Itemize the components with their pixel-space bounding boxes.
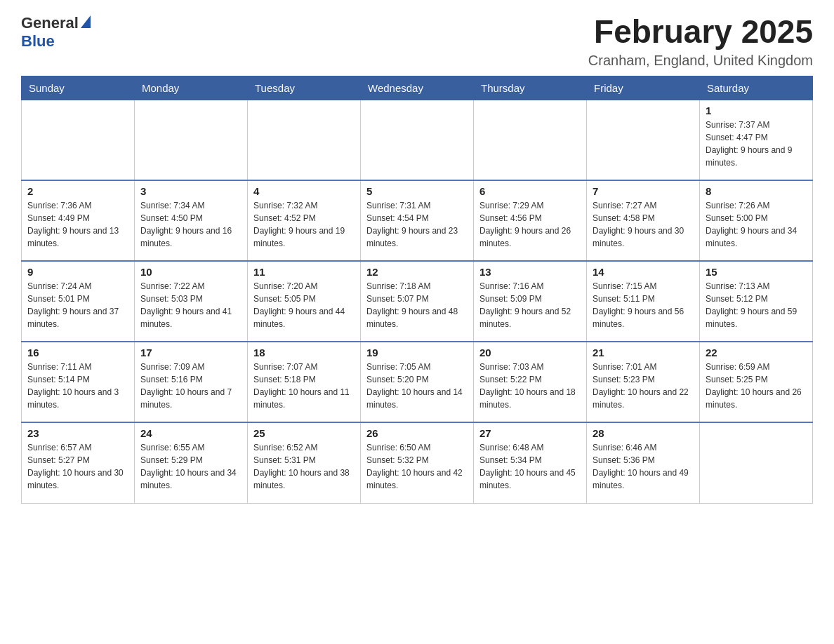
day-number: 5	[366, 185, 468, 197]
calendar-cell: 11Sunrise: 7:20 AMSunset: 5:05 PMDayligh…	[248, 261, 361, 342]
calendar-cell: 4Sunrise: 7:32 AMSunset: 4:52 PMDaylight…	[248, 180, 361, 261]
calendar-cell	[361, 100, 474, 180]
calendar-cell	[474, 100, 587, 180]
day-info: Sunrise: 7:27 AMSunset: 4:58 PMDaylight:…	[593, 199, 694, 250]
calendar-cell: 1Sunrise: 7:37 AMSunset: 4:47 PMDaylight…	[700, 100, 813, 180]
day-number: 7	[593, 185, 694, 197]
week-row-3: 16Sunrise: 7:11 AMSunset: 5:14 PMDayligh…	[22, 342, 813, 422]
week-row-4: 23Sunrise: 6:57 AMSunset: 5:27 PMDayligh…	[22, 422, 813, 503]
day-info: Sunrise: 7:16 AMSunset: 5:09 PMDaylight:…	[479, 280, 581, 330]
day-number: 11	[253, 266, 355, 278]
day-info: Sunrise: 7:03 AMSunset: 5:22 PMDaylight:…	[479, 361, 581, 411]
day-info: Sunrise: 7:07 AMSunset: 5:18 PMDaylight:…	[253, 361, 355, 411]
weekday-header-friday: Friday	[587, 76, 700, 100]
day-number: 14	[593, 266, 694, 278]
day-info: Sunrise: 7:34 AMSunset: 4:50 PMDaylight:…	[140, 199, 241, 250]
day-info: Sunrise: 6:48 AMSunset: 5:34 PMDaylight:…	[479, 441, 581, 492]
month-title: February 2025	[588, 14, 813, 50]
day-info: Sunrise: 7:36 AMSunset: 4:49 PMDaylight:…	[27, 199, 128, 250]
day-number: 28	[593, 427, 694, 439]
week-row-2: 9Sunrise: 7:24 AMSunset: 5:01 PMDaylight…	[22, 261, 813, 342]
calendar-cell: 20Sunrise: 7:03 AMSunset: 5:22 PMDayligh…	[474, 342, 587, 422]
calendar-cell	[587, 100, 700, 180]
weekday-header-row: SundayMondayTuesdayWednesdayThursdayFrid…	[22, 76, 813, 100]
week-row-1: 2Sunrise: 7:36 AMSunset: 4:49 PMDaylight…	[22, 180, 813, 261]
calendar-cell	[22, 100, 135, 180]
day-info: Sunrise: 7:32 AMSunset: 4:52 PMDaylight:…	[253, 199, 355, 250]
day-number: 9	[27, 266, 128, 278]
logo-blue: Blue	[21, 32, 55, 50]
day-number: 1	[706, 105, 807, 116]
calendar-cell: 15Sunrise: 7:13 AMSunset: 5:12 PMDayligh…	[700, 261, 813, 342]
day-number: 22	[706, 347, 807, 358]
calendar-cell: 14Sunrise: 7:15 AMSunset: 5:11 PMDayligh…	[587, 261, 700, 342]
calendar-cell: 6Sunrise: 7:29 AMSunset: 4:56 PMDaylight…	[474, 180, 587, 261]
day-info: Sunrise: 6:52 AMSunset: 5:31 PMDaylight:…	[253, 441, 355, 492]
title-block: February 2025 Cranham, England, United K…	[588, 14, 813, 69]
day-info: Sunrise: 7:01 AMSunset: 5:23 PMDaylight:…	[593, 361, 694, 411]
day-info: Sunrise: 6:57 AMSunset: 5:27 PMDaylight:…	[27, 441, 128, 492]
day-info: Sunrise: 6:46 AMSunset: 5:36 PMDaylight:…	[593, 441, 694, 492]
calendar-cell: 16Sunrise: 7:11 AMSunset: 5:14 PMDayligh…	[22, 342, 135, 422]
day-info: Sunrise: 6:55 AMSunset: 5:29 PMDaylight:…	[140, 441, 241, 492]
day-info: Sunrise: 7:22 AMSunset: 5:03 PMDaylight:…	[140, 280, 241, 330]
calendar-cell: 25Sunrise: 6:52 AMSunset: 5:31 PMDayligh…	[248, 422, 361, 503]
day-number: 16	[27, 347, 128, 358]
calendar-cell: 8Sunrise: 7:26 AMSunset: 5:00 PMDaylight…	[700, 180, 813, 261]
page-header: General Blue February 2025 Cranham, Engl…	[21, 14, 813, 69]
calendar-cell: 3Sunrise: 7:34 AMSunset: 4:50 PMDaylight…	[135, 180, 248, 261]
day-number: 17	[140, 347, 241, 358]
calendar-cell: 22Sunrise: 6:59 AMSunset: 5:25 PMDayligh…	[700, 342, 813, 422]
calendar-cell: 18Sunrise: 7:07 AMSunset: 5:18 PMDayligh…	[248, 342, 361, 422]
day-info: Sunrise: 7:31 AMSunset: 4:54 PMDaylight:…	[366, 199, 468, 250]
calendar-cell	[135, 100, 248, 180]
calendar-cell	[700, 422, 813, 503]
day-info: Sunrise: 7:29 AMSunset: 4:56 PMDaylight:…	[479, 199, 581, 250]
weekday-header-tuesday: Tuesday	[248, 76, 361, 100]
day-info: Sunrise: 6:50 AMSunset: 5:32 PMDaylight:…	[366, 441, 468, 492]
day-info: Sunrise: 7:11 AMSunset: 5:14 PMDaylight:…	[27, 361, 128, 411]
calendar-cell: 12Sunrise: 7:18 AMSunset: 5:07 PMDayligh…	[361, 261, 474, 342]
calendar-cell: 7Sunrise: 7:27 AMSunset: 4:58 PMDaylight…	[587, 180, 700, 261]
weekday-header-sunday: Sunday	[22, 76, 135, 100]
day-number: 13	[479, 266, 581, 278]
calendar-cell: 26Sunrise: 6:50 AMSunset: 5:32 PMDayligh…	[361, 422, 474, 503]
calendar-cell: 23Sunrise: 6:57 AMSunset: 5:27 PMDayligh…	[22, 422, 135, 503]
day-info: Sunrise: 7:15 AMSunset: 5:11 PMDaylight:…	[593, 280, 694, 330]
day-info: Sunrise: 7:26 AMSunset: 5:00 PMDaylight:…	[706, 199, 807, 250]
day-number: 6	[479, 185, 581, 197]
day-number: 24	[140, 427, 241, 439]
calendar-cell	[248, 100, 361, 180]
logo: General Blue	[21, 14, 91, 51]
calendar-table: SundayMondayTuesdayWednesdayThursdayFrid…	[21, 76, 813, 504]
day-number: 25	[253, 427, 355, 439]
day-info: Sunrise: 7:13 AMSunset: 5:12 PMDaylight:…	[706, 280, 807, 330]
weekday-header-saturday: Saturday	[700, 76, 813, 100]
calendar-cell: 9Sunrise: 7:24 AMSunset: 5:01 PMDaylight…	[22, 261, 135, 342]
day-info: Sunrise: 7:09 AMSunset: 5:16 PMDaylight:…	[140, 361, 241, 411]
day-number: 21	[593, 347, 694, 358]
day-number: 4	[253, 185, 355, 197]
calendar-cell: 28Sunrise: 6:46 AMSunset: 5:36 PMDayligh…	[587, 422, 700, 503]
calendar-cell: 27Sunrise: 6:48 AMSunset: 5:34 PMDayligh…	[474, 422, 587, 503]
day-number: 8	[706, 185, 807, 197]
weekday-header-wednesday: Wednesday	[361, 76, 474, 100]
day-number: 12	[366, 266, 468, 278]
day-number: 20	[479, 347, 581, 358]
day-number: 27	[479, 427, 581, 439]
logo-arrow-icon	[81, 15, 91, 28]
day-number: 23	[27, 427, 128, 439]
calendar-cell: 5Sunrise: 7:31 AMSunset: 4:54 PMDaylight…	[361, 180, 474, 261]
day-info: Sunrise: 7:18 AMSunset: 5:07 PMDaylight:…	[366, 280, 468, 330]
day-info: Sunrise: 7:05 AMSunset: 5:20 PMDaylight:…	[366, 361, 468, 411]
day-number: 26	[366, 427, 468, 439]
day-number: 15	[706, 266, 807, 278]
calendar-cell: 21Sunrise: 7:01 AMSunset: 5:23 PMDayligh…	[587, 342, 700, 422]
calendar-cell: 17Sunrise: 7:09 AMSunset: 5:16 PMDayligh…	[135, 342, 248, 422]
calendar-cell: 19Sunrise: 7:05 AMSunset: 5:20 PMDayligh…	[361, 342, 474, 422]
day-number: 2	[27, 185, 128, 197]
calendar-cell: 10Sunrise: 7:22 AMSunset: 5:03 PMDayligh…	[135, 261, 248, 342]
day-number: 18	[253, 347, 355, 358]
day-number: 3	[140, 185, 241, 197]
location-title: Cranham, England, United Kingdom	[588, 53, 813, 69]
